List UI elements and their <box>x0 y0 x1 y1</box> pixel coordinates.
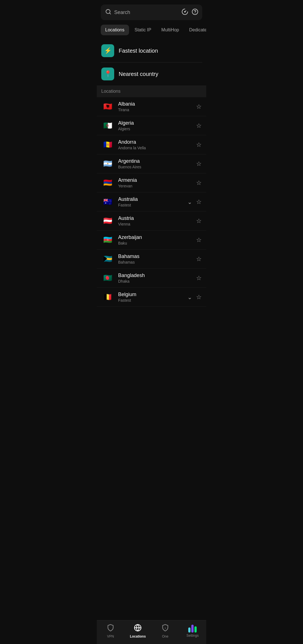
nav-item-one[interactable]: 1 One <box>152 624 179 638</box>
favorite-button[interactable]: ☆ <box>196 255 202 263</box>
nav-label-one: One <box>162 634 168 638</box>
fastest-location-option[interactable]: ⚡ Fastest location <box>97 39 206 62</box>
nav-label-vpn: VPN <box>107 634 114 638</box>
nav-item-settings[interactable]: Settings <box>179 625 206 638</box>
list-item[interactable]: 🇦🇲 Armenia Yerevan ☆ <box>97 173 206 192</box>
flag-bahamas: 🇧🇸 <box>101 254 114 264</box>
tab-static-ip[interactable]: Static IP <box>130 25 156 35</box>
svg-point-2 <box>185 11 185 12</box>
list-item[interactable]: 🇧🇪 Belgium Fastest ⌄ ☆ <box>97 288 206 307</box>
location-name: Argentina <box>118 158 192 164</box>
svg-line-1 <box>109 13 111 14</box>
location-name: Belgium <box>118 292 183 297</box>
location-name: Armenia <box>118 177 192 183</box>
location-city: Baku <box>118 241 192 245</box>
locations-section-header: Locations <box>97 85 206 97</box>
nav-item-locations[interactable]: Locations <box>124 624 152 638</box>
flag-albania: 🇦🇱 <box>101 102 114 111</box>
location-city: Bahamas <box>118 260 192 264</box>
location-city: Fastest <box>118 298 183 303</box>
list-item[interactable]: 🇩🇿 Algeria Algiers ☆ <box>97 116 206 135</box>
location-city: Buenos Aires <box>118 165 192 169</box>
tab-dedicated-ip[interactable]: Dedicated IP <box>185 25 206 35</box>
tab-locations[interactable]: Locations <box>101 25 129 35</box>
nearest-icon: 📍 <box>101 68 114 80</box>
flag-australia: 🇦🇺 <box>101 197 114 207</box>
location-city: Vienna <box>118 222 192 226</box>
location-city: Tirana <box>118 108 192 112</box>
flag-armenia: 🇦🇲 <box>101 178 114 188</box>
favorite-button[interactable]: ☆ <box>196 275 202 282</box>
tab-multihop[interactable]: MultiHop <box>157 25 183 35</box>
flag-austria: 🇦🇹 <box>101 216 114 226</box>
list-item[interactable]: 🇦🇿 Azerbaijan Baku ☆ <box>97 231 206 250</box>
list-item[interactable]: 🇦🇺 Australia Fastest ⌄ ☆ <box>97 192 206 211</box>
one-shield-icon: 1 <box>161 624 169 633</box>
search-icon <box>105 9 111 16</box>
favorite-button[interactable]: ☆ <box>196 141 202 148</box>
flag-algeria: 🇩🇿 <box>101 121 114 131</box>
settings-icon <box>188 625 197 633</box>
list-item[interactable]: 🇦🇩 Andorra Andorra la Vella ☆ <box>97 135 206 154</box>
favorite-button[interactable]: ☆ <box>196 198 202 206</box>
nearest-country-option[interactable]: 📍 Nearest country <box>97 62 206 85</box>
location-name: Albania <box>118 101 192 107</box>
list-item[interactable]: 🇦🇷 Argentina Buenos Aires ☆ <box>97 154 206 173</box>
location-name: Andorra <box>118 139 192 145</box>
favorite-button[interactable]: ☆ <box>196 179 202 187</box>
location-name: Algeria <box>118 120 192 126</box>
fastest-location-label: Fastest location <box>119 48 158 54</box>
locations-globe-icon <box>134 624 142 633</box>
favorite-button[interactable]: ☆ <box>196 217 202 225</box>
flag-andorra: 🇦🇩 <box>101 140 114 150</box>
flag-azerbaijan: 🇦🇿 <box>101 235 114 245</box>
expand-button[interactable]: ⌄ <box>187 199 192 205</box>
nearest-country-label: Nearest country <box>119 71 158 77</box>
list-item[interactable]: 🇧🇸 Bahamas Bahamas ☆ <box>97 250 206 269</box>
location-city: Andorra la Vella <box>118 146 192 150</box>
location-city: Dhaka <box>118 279 192 283</box>
expand-button[interactable]: ⌄ <box>187 294 192 301</box>
flag-argentina: 🇦🇷 <box>101 159 114 169</box>
speed-icon-button[interactable] <box>182 8 188 16</box>
favorite-button[interactable]: ☆ <box>196 294 202 301</box>
nav-label-settings: Settings <box>187 634 199 638</box>
svg-text:1: 1 <box>164 627 166 629</box>
help-icon-button[interactable] <box>192 8 198 16</box>
location-city: Yerevan <box>118 184 192 188</box>
location-name: Australia <box>118 196 183 202</box>
list-item[interactable]: 🇦🇱 Albania Tirana ☆ <box>97 97 206 116</box>
search-input[interactable] <box>114 10 179 15</box>
flag-bangladesh: 🇧🇩 <box>101 273 114 283</box>
fastest-icon: ⚡ <box>101 44 114 57</box>
favorite-button[interactable]: ☆ <box>196 103 202 110</box>
vpn-shield-icon <box>107 624 114 633</box>
tab-bar: Locations Static IP MultiHop Dedicated I… <box>97 24 206 39</box>
favorite-button[interactable]: ☆ <box>196 122 202 129</box>
location-city: Fastest <box>118 203 183 207</box>
list-item[interactable]: 🇦🇹 Austria Vienna ☆ <box>97 211 206 231</box>
nav-label-locations: Locations <box>130 634 146 638</box>
location-name: Bangladesh <box>118 273 192 278</box>
location-list: 🇦🇱 Albania Tirana ☆ 🇩🇿 Algeria Algiers ☆… <box>97 97 206 307</box>
location-name: Azerbaijan <box>118 234 192 240</box>
search-bar[interactable] <box>101 4 202 20</box>
location-name: Austria <box>118 215 192 221</box>
bottom-navigation: VPN Locations 1 One <box>97 620 206 644</box>
list-item[interactable]: 🇧🇩 Bangladesh Dhaka ☆ <box>97 269 206 288</box>
favorite-button[interactable]: ☆ <box>196 160 202 168</box>
nav-item-vpn[interactable]: VPN <box>97 624 124 638</box>
favorite-button[interactable]: ☆ <box>196 236 202 244</box>
flag-belgium: 🇧🇪 <box>101 292 114 302</box>
scroll-content: ⚡ Fastest location 📍 Nearest country Loc… <box>97 39 206 644</box>
location-city: Algiers <box>118 127 192 131</box>
location-name: Bahamas <box>118 254 192 259</box>
